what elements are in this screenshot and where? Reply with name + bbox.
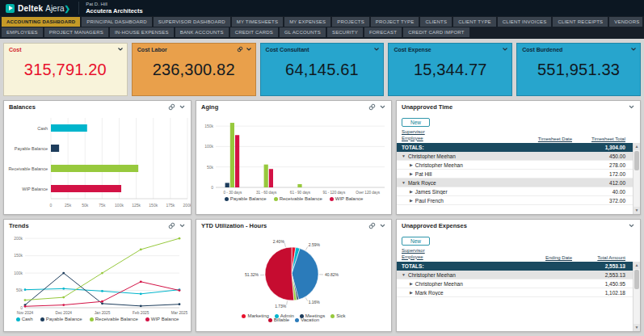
nav-tab-bank-accounts[interactable]: BANK ACCOUNTS xyxy=(175,27,229,37)
nav-tab-employees[interactable]: EMPLOYEES xyxy=(2,27,43,37)
scroll-up-arrow[interactable]: ▲ xyxy=(633,262,640,269)
column-ending-date[interactable]: Ending Date xyxy=(514,255,572,260)
collapse-chevron-icon[interactable] xyxy=(502,46,508,52)
legend-item-payable-balance[interactable]: Payable Balance xyxy=(225,196,267,201)
column-supervisor[interactable]: Supervisor xyxy=(402,248,514,254)
collapse-chevron-icon[interactable] xyxy=(117,46,124,52)
nav-tab-security[interactable]: SECURITY xyxy=(327,27,363,37)
new-button[interactable]: New xyxy=(402,237,430,246)
employee-name: Christopher Meehan xyxy=(415,281,463,287)
nav-tab-in-house-expenses[interactable]: IN-HOUSE EXPENSES xyxy=(110,27,174,37)
nav-tab-gl-accounts[interactable]: GL ACCOUNTS xyxy=(280,27,326,37)
nav-tab-client-type[interactable]: CLIENT TYPE xyxy=(453,17,496,27)
svg-text:Over 120 days: Over 120 days xyxy=(356,191,381,195)
kpi-value: 64,145.61 xyxy=(266,61,379,79)
legend-item-billable[interactable]: Billable xyxy=(268,317,289,322)
table-row-james-singer[interactable]: ▶James Singer40.00 xyxy=(397,187,640,196)
expand-row-icon[interactable]: ▶ xyxy=(410,162,413,167)
nav-tab-forecast[interactable]: FORECAST xyxy=(364,27,402,37)
legend-item-receivable-balance[interactable]: Receivable Balance xyxy=(90,317,138,321)
kpi-card-cost-burdened[interactable]: Cost Burdened551,951.33 xyxy=(516,43,641,96)
collapse-chevron-icon[interactable] xyxy=(179,222,186,229)
nav-tab-vendors[interactable]: VENDORS xyxy=(609,17,642,27)
table-header: Supervisor Employee Timesheet Date Times… xyxy=(397,129,640,143)
table-row-christopher-meehan[interactable]: ▼Christopher Meehan2,553.13 xyxy=(397,271,640,279)
nav-tab-accounting-dashboard[interactable]: ACCOUNTING DASHBOARD xyxy=(2,17,80,27)
column-employee[interactable]: Employee xyxy=(402,136,514,142)
nav-tab-my-timesheets[interactable]: MY TIMESHEETS xyxy=(232,17,283,27)
kpi-card-cost-consultant[interactable]: Cost Consultant64,145.61 xyxy=(260,43,385,96)
collapse-chevron-icon[interactable] xyxy=(628,222,635,229)
link-icon[interactable] xyxy=(168,222,175,229)
scroll-thumb[interactable] xyxy=(634,151,639,170)
nav-tab-credit-card-import[interactable]: CREDIT CARD IMPORT xyxy=(403,27,469,37)
collapse-chevron-icon[interactable] xyxy=(246,46,252,52)
column-supervisor[interactable]: Supervisor xyxy=(402,129,514,136)
nav-tab-project-managers[interactable]: PROJECT MANAGERS xyxy=(44,27,108,37)
kpi-card-cost[interactable]: Cost315,791.20 xyxy=(3,43,128,96)
link-icon[interactable] xyxy=(368,222,376,229)
scroll-down-arrow[interactable]: ▼ xyxy=(633,207,640,214)
collapse-chevron-icon[interactable] xyxy=(630,46,637,52)
collapse-row-icon[interactable]: ▼ xyxy=(402,272,406,277)
column-total-amount[interactable]: Total Amount xyxy=(572,255,635,260)
collapse-chevron-icon[interactable] xyxy=(379,222,386,229)
expand-row-icon[interactable]: ▶ xyxy=(410,290,413,295)
legend-item-wip-balance[interactable]: WIP Balance xyxy=(145,317,179,321)
nav-tab-my-expenses[interactable]: MY EXPENSES xyxy=(284,17,330,27)
kpi-card-cost-expense[interactable]: Cost Expense15,344.77 xyxy=(388,43,512,96)
collapse-row-icon[interactable]: ▼ xyxy=(402,153,406,158)
expand-row-icon[interactable]: ▶ xyxy=(410,189,413,194)
svg-text:2.59%: 2.59% xyxy=(309,242,321,247)
expand-row-icon[interactable]: ▶ xyxy=(410,281,413,286)
table-row-mark-royce[interactable]: ▶Mark Royce1,102.18 xyxy=(397,288,640,297)
table-row-christopher-meehan[interactable]: ▶Christopher Meehan1,450.95 xyxy=(397,279,640,288)
product-name[interactable]: Ajera❯ xyxy=(45,4,70,13)
vertical-scrollbar[interactable]: ▲▼ xyxy=(633,262,640,331)
nav-tab-supervisor-dashboard[interactable]: SUPERVISOR DASHBOARD xyxy=(154,17,230,27)
link-icon[interactable] xyxy=(237,46,243,52)
legend-dot xyxy=(225,197,229,201)
collapse-chevron-icon[interactable] xyxy=(373,46,380,52)
table-row-mark-royce[interactable]: ▼Mark Royce412.00 xyxy=(397,178,640,187)
collapse-chevron-icon[interactable] xyxy=(628,103,635,111)
svg-text:0 - 30 days: 0 - 30 days xyxy=(224,191,242,195)
kpi-label: Cost Burdened xyxy=(522,47,635,52)
panel-trends: Trends 050k100k150k200kNov 2024Dec 2024J… xyxy=(3,219,192,332)
legend-item-wip-balance[interactable]: WIP Balance xyxy=(330,196,364,201)
vertical-scrollbar[interactable]: ▲▼ xyxy=(633,143,640,214)
legend-item-receivable-balance[interactable]: Receivable Balance xyxy=(274,196,322,201)
nav-tab-principal-dashboard[interactable]: PRINCIPAL DASHBOARD xyxy=(82,17,151,27)
kpi-icons xyxy=(237,46,252,52)
expand-row-icon[interactable]: ▶ xyxy=(410,171,413,176)
table-row-paul-french[interactable]: ▶Paul French372.00 xyxy=(397,196,640,205)
nav-tab-project-type[interactable]: PROJECT TYPE xyxy=(371,17,419,27)
scroll-down-arrow[interactable]: ▼ xyxy=(633,324,640,331)
table-row-christopher-meehan[interactable]: ▶Christopher Meehan278.00 xyxy=(397,161,640,170)
column-timesheet-total[interactable]: Timesheet Total xyxy=(572,136,635,141)
scroll-up-arrow[interactable]: ▲ xyxy=(633,143,640,150)
nav-tab-client-receipts[interactable]: CLIENT RECEIPTS xyxy=(553,17,608,27)
kpi-icons xyxy=(502,46,508,52)
column-employee[interactable]: Employee xyxy=(402,254,514,261)
nav-tab-client-invoices[interactable]: CLIENT INVOICES xyxy=(498,17,552,27)
nav-tab-projects[interactable]: PROJECTS xyxy=(332,17,369,27)
collapse-chevron-icon[interactable] xyxy=(379,103,386,111)
table-row-christopher-meehan[interactable]: ▼Christopher Meehan450.00 xyxy=(397,152,640,161)
panel-header: Aging xyxy=(196,101,391,111)
link-icon[interactable] xyxy=(368,103,376,111)
nav-tab-credit-cards[interactable]: CREDIT CARDS xyxy=(230,27,278,37)
scroll-thumb[interactable] xyxy=(634,270,639,289)
collapse-chevron-icon[interactable] xyxy=(179,103,186,111)
new-button[interactable]: New xyxy=(402,118,430,127)
table-row-pat-hill[interactable]: ▶Pat Hill172.00 xyxy=(397,170,640,178)
legend-item-cash[interactable]: Cash xyxy=(16,317,33,321)
nav-tab-clients[interactable]: CLIENTS xyxy=(420,17,452,27)
kpi-card-cost-labor[interactable]: Cost Labor236,300.82 xyxy=(132,43,256,96)
link-icon[interactable] xyxy=(168,103,175,111)
collapse-row-icon[interactable]: ▼ xyxy=(402,180,406,185)
column-timesheet-date[interactable]: Timesheet Date xyxy=(514,136,572,141)
expand-row-icon[interactable]: ▶ xyxy=(410,198,413,203)
legend-item-payable-balance[interactable]: Payable Balance xyxy=(40,317,82,321)
legend-item-vacation[interactable]: Vacation xyxy=(295,317,319,322)
